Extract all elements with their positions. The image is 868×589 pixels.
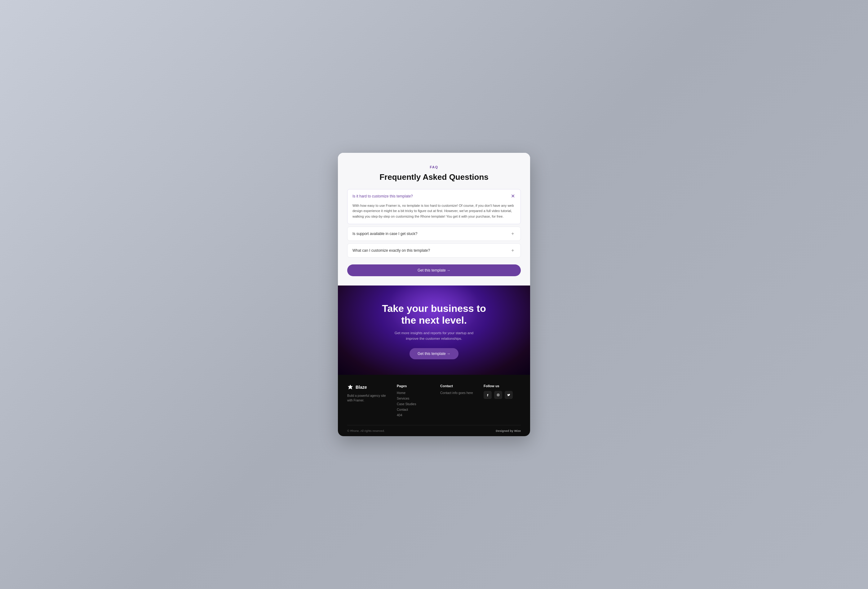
faq-title: Frequently Asked Questions <box>347 172 521 182</box>
footer-social-links <box>484 391 521 399</box>
faq-item-1: Is it hard to customize this template? ✕… <box>347 189 521 224</box>
footer-brand: Blaze Build a powerful agency site with … <box>347 384 391 419</box>
footer-copyright: © Rhone. All rights reserved. <box>347 429 385 433</box>
footer-link-services[interactable]: Services <box>397 397 434 400</box>
svg-point-2 <box>499 394 499 394</box>
cta-button[interactable]: Get this template → <box>409 348 459 359</box>
faq-label: FAQ <box>347 165 521 169</box>
svg-point-1 <box>497 394 499 396</box>
footer-link-case-studies[interactable]: Case Studies <box>397 402 434 406</box>
footer-link-contact[interactable]: Contact <box>397 407 434 411</box>
footer-contact-info[interactable]: Contact info goes here <box>440 391 477 395</box>
footer-social-title: Follow us <box>484 384 521 388</box>
footer-designed-by: Designed by Wize <box>496 429 521 433</box>
footer-col-pages: Pages Home Services Case Studies Contact… <box>397 384 434 419</box>
footer-bottom: © Rhone. All rights reserved. Designed b… <box>347 425 521 436</box>
footer-logo: Blaze <box>347 384 391 390</box>
faq-expand-icon-2[interactable]: + <box>510 231 515 236</box>
faq-item-3: What can I customize exactly on this tem… <box>347 244 521 258</box>
footer-link-home[interactable]: Home <box>397 391 434 395</box>
footer-pages-title: Pages <box>397 384 434 388</box>
footer-col-contact: Contact Contact info goes here <box>440 384 477 419</box>
faq-question-2[interactable]: Is support available in case I get stuck… <box>347 227 521 241</box>
footer-tagline: Build a powerful agency site with Framer… <box>347 393 391 403</box>
faq-close-icon-1[interactable]: ✕ <box>510 193 515 199</box>
footer-link-404[interactable]: 404 <box>397 413 434 417</box>
device-frame: FAQ Frequently Asked Questions Is it har… <box>338 153 530 436</box>
faq-answer-1: With how easy to use Framer is, no templ… <box>347 203 521 224</box>
footer-contact-title: Contact <box>440 384 477 388</box>
faq-section: FAQ Frequently Asked Questions Is it har… <box>338 153 530 285</box>
footer-col-social: Follow us <box>484 384 521 419</box>
cta-heading: Take your business tothe next level. <box>347 303 521 326</box>
faq-item-2: Is support available in case I get stuck… <box>347 227 521 241</box>
faq-question-3[interactable]: What can I customize exactly on this tem… <box>347 244 521 257</box>
footer-logo-text: Blaze <box>356 385 367 390</box>
footer-main: Blaze Build a powerful agency site with … <box>347 384 521 425</box>
faq-expand-icon-3[interactable]: + <box>510 248 515 253</box>
instagram-icon[interactable] <box>494 391 502 399</box>
faq-cta-button[interactable]: Get this template → <box>347 264 521 276</box>
footer: Blaze Build a powerful agency site with … <box>338 375 530 436</box>
cta-section: Take your business tothe next level. Get… <box>338 285 530 375</box>
twitter-icon[interactable] <box>505 391 513 399</box>
faq-question-text-3: What can I customize exactly on this tem… <box>353 248 430 252</box>
faq-question-1[interactable]: Is it hard to customize this template? ✕ <box>347 189 521 203</box>
faq-question-text-2: Is support available in case I get stuck… <box>353 232 417 236</box>
faq-question-text-1: Is it hard to customize this template? <box>353 194 413 198</box>
facebook-icon[interactable] <box>484 391 492 399</box>
blaze-logo-icon <box>347 384 353 390</box>
cta-subtext: Get more insights and reports for your s… <box>391 331 477 341</box>
